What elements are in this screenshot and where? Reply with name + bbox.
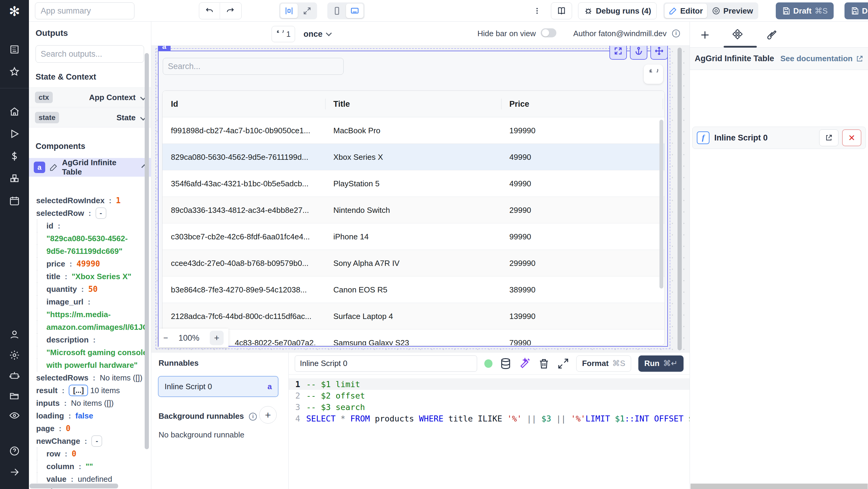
frequency-dropdown[interactable]: once xyxy=(304,26,331,42)
refresh-count-box[interactable]: 1 xyxy=(272,26,295,42)
column-header-id[interactable]: Id xyxy=(171,91,178,117)
table-row[interactable]: 829ca080-5630-4562-9d5e-7611199d...Xbox … xyxy=(162,144,664,170)
code-editor[interactable]: 1-- $1 limit2-- $2 offset3-- $3 search4S… xyxy=(289,375,689,489)
canvas-vertical-scrollbar[interactable] xyxy=(678,48,682,350)
expand-component-button[interactable] xyxy=(610,46,627,60)
column-header-price[interactable]: Price xyxy=(509,91,529,117)
resources-icon[interactable] xyxy=(9,173,20,184)
table-row[interactable]: b3e864c8-7fe3-4270-89e9-54c12038...Canon… xyxy=(162,276,664,303)
remove-script-button[interactable]: ✕ xyxy=(842,129,861,146)
tab-insert-component[interactable] xyxy=(698,28,712,41)
desktop-view-button[interactable] xyxy=(346,4,364,18)
runnable-item[interactable]: Inline Script 0 a xyxy=(158,376,278,397)
expand-node-button[interactable]: - xyxy=(91,435,102,447)
app-canvas[interactable]: a Id Title Price f991898d-cb27-4ac7-b10c… xyxy=(151,46,689,352)
ctx-row[interactable]: ctx App Context xyxy=(29,87,151,107)
component-tag[interactable]: a xyxy=(158,46,170,51)
expand-editor-icon[interactable] xyxy=(557,358,569,370)
column-header-title[interactable]: Title xyxy=(333,91,350,117)
attached-script-label: Inline Script 0 xyxy=(714,133,768,143)
undo-button[interactable] xyxy=(199,2,220,19)
expand-result-button[interactable]: [...] xyxy=(69,385,88,396)
favorites-icon[interactable] xyxy=(9,66,20,77)
audit-icon[interactable] xyxy=(9,410,20,421)
table-cell-price: 299990 xyxy=(509,250,600,276)
tab-preview[interactable]: Preview xyxy=(708,4,757,18)
table-row[interactable]: 2128adca-7fc6-44bd-800c-dc115df6ac...Sur… xyxy=(162,303,664,330)
table-cell-title: Nintendo Switch xyxy=(333,197,469,223)
code-line[interactable]: 4SELECT * FROM products WHERE title ILIK… xyxy=(289,413,689,424)
ai-wand-icon[interactable] xyxy=(519,358,531,370)
draft-button[interactable]: Draft⌘S xyxy=(776,2,834,19)
table-row[interactable]: f991898d-cb27-4ac7-b10c-0b9050ce1...MacB… xyxy=(162,117,664,144)
debug-runs-button[interactable]: Debug runs (4) xyxy=(578,2,657,19)
attached-script-row[interactable]: f Inline Script 0 ✕ xyxy=(692,127,866,149)
script-name-input[interactable] xyxy=(295,356,477,372)
outputs-search-input[interactable] xyxy=(36,45,144,63)
user-icon[interactable] xyxy=(9,329,20,340)
state-row[interactable]: state State xyxy=(29,108,151,127)
detach-script-button[interactable] xyxy=(819,129,838,146)
outputs-horizontal-scrollbar[interactable] xyxy=(30,484,118,488)
more-menu-button[interactable] xyxy=(529,2,546,19)
workspace-icon[interactable] xyxy=(9,44,20,55)
device-preview-group xyxy=(327,2,365,19)
workers-icon[interactable] xyxy=(9,370,20,381)
center-layout-button[interactable] xyxy=(280,4,298,18)
delete-icon[interactable] xyxy=(538,358,550,370)
see-documentation-link[interactable]: See documentation xyxy=(780,54,864,63)
runs-icon[interactable] xyxy=(9,128,20,139)
app-summary-input[interactable] xyxy=(35,2,134,19)
settings-icon[interactable] xyxy=(9,350,20,361)
component-outputs-row[interactable]: a AgGrid Infinite Table xyxy=(29,158,151,177)
zoom-in-button[interactable]: + xyxy=(210,331,224,345)
table-row[interactable]: 89c0a336-1343-4812-ac34-e4bb8e27...Ninte… xyxy=(162,197,664,223)
table-scrollbar[interactable] xyxy=(659,120,663,288)
collapse-icon[interactable] xyxy=(9,467,20,478)
deploy-button[interactable]: Deploy xyxy=(844,2,868,19)
schedules-icon[interactable] xyxy=(9,195,20,206)
tab-component-settings[interactable] xyxy=(731,28,744,41)
refresh-icon xyxy=(276,30,284,38)
mobile-view-button[interactable] xyxy=(329,4,345,18)
refresh-icon xyxy=(648,69,658,79)
info-icon[interactable]: i xyxy=(249,413,257,421)
table-cell-id: ccee43dc-27e0-40a8-b768-b09579b0... xyxy=(171,250,315,276)
table-row[interactable]: 354f6afd-43ac-4321-b1bc-0b5e5adcb...Play… xyxy=(162,170,664,197)
code-line[interactable]: 1-- $1 limit xyxy=(289,378,689,390)
aggrid-component[interactable]: a Id Title Price f991898d-cb27-4ac7-b10c… xyxy=(158,51,668,347)
code-line[interactable]: 2-- $2 offset xyxy=(289,390,689,401)
run-button[interactable]: Run⌘↵ xyxy=(638,356,684,372)
table-body: f991898d-cb27-4ac7-b10c-0b9050ce1...MacB… xyxy=(162,117,664,345)
table-row[interactable]: 4c83-8022-5e70a07a2...Samsung Galaxy S23… xyxy=(162,330,664,345)
pencil-icon[interactable] xyxy=(50,163,58,172)
settings-horizontal-scrollbar[interactable] xyxy=(690,484,868,489)
home-icon[interactable] xyxy=(9,106,20,117)
windmill-logo-icon[interactable]: ✻ xyxy=(7,4,22,19)
outputs-vertical-scrollbar[interactable] xyxy=(145,53,149,449)
database-icon[interactable] xyxy=(500,358,512,370)
format-button[interactable]: Format⌘S xyxy=(576,356,631,372)
zoom-out-button[interactable]: − xyxy=(163,333,168,343)
variables-icon[interactable] xyxy=(9,151,20,161)
tab-editor[interactable]: Editor xyxy=(664,4,707,18)
fullwidth-layout-button[interactable] xyxy=(299,4,316,18)
move-component-button[interactable] xyxy=(650,46,668,60)
table-row[interactable]: c303bce7-cb2e-42c6-8fdf-6aa01fc4e4...iPh… xyxy=(162,223,664,250)
folders-icon[interactable] xyxy=(9,391,20,402)
redo-button[interactable] xyxy=(220,2,241,19)
code-line[interactable]: 3-- $3 search xyxy=(289,401,689,413)
info-icon[interactable]: i xyxy=(672,30,680,37)
table-cell-price: 199990 xyxy=(509,117,600,144)
docs-button[interactable] xyxy=(551,2,572,19)
table-row[interactable]: ccee43dc-27e0-40a8-b768-b09579b0...Sony … xyxy=(162,250,664,276)
table-header: Id Title Price xyxy=(162,91,664,117)
component-refresh-button[interactable] xyxy=(644,64,663,84)
expand-node-button[interactable]: - xyxy=(96,207,106,219)
add-background-runnable-button[interactable]: + xyxy=(259,406,277,424)
help-icon[interactable] xyxy=(9,446,20,456)
tab-styling[interactable] xyxy=(765,28,778,41)
table-search-input[interactable] xyxy=(163,58,344,75)
anchor-component-button[interactable] xyxy=(630,46,647,60)
hide-bar-toggle[interactable] xyxy=(541,28,556,37)
